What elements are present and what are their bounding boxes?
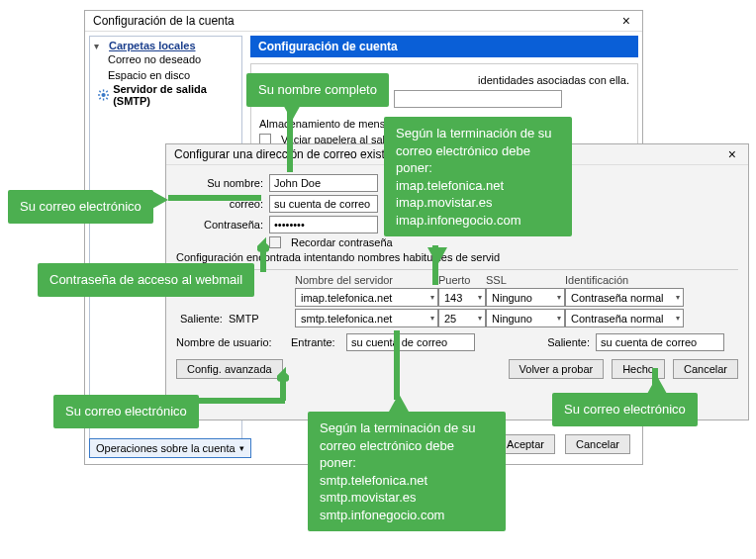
hdr-auth: Identificación xyxy=(565,274,684,286)
back-title: Configuración de la cuenta xyxy=(93,14,235,28)
front-title: Configurar una dirección de correo exist… xyxy=(174,147,408,161)
svg-line-5 xyxy=(99,91,100,92)
remember-password-checkbox[interactable] xyxy=(269,236,281,248)
remember-password-label: Recordar contraseña xyxy=(291,236,393,248)
callout-name: Su nombre completo xyxy=(246,73,389,107)
gear-icon xyxy=(98,89,109,101)
name-input[interactable] xyxy=(269,174,378,192)
username-out-label: Saliente: xyxy=(520,336,590,348)
identity-name-input[interactable] xyxy=(394,90,562,108)
chevron-down-icon: ▾ xyxy=(430,293,434,302)
email-input[interactable] xyxy=(269,195,378,213)
outgoing-proto: SMTP xyxy=(229,313,259,325)
incoming-ssl-select[interactable]: Ninguno▾ xyxy=(486,288,565,307)
chevron-down-icon: ▾ xyxy=(676,293,680,302)
close-icon[interactable]: × xyxy=(618,14,634,28)
arrow-down-icon xyxy=(282,103,302,121)
username-in-input[interactable] xyxy=(346,333,475,351)
chevron-down-icon: ▾ xyxy=(239,443,244,453)
outgoing-ssl-select[interactable]: Ninguno▾ xyxy=(486,309,565,327)
incoming-auth-select[interactable]: Contraseña normal▾ xyxy=(565,288,684,307)
chevron-down-icon: ▾ xyxy=(557,293,561,302)
outgoing-port-select[interactable]: 25▾ xyxy=(438,309,486,327)
callout-password: Contraseña de acceso al webmail xyxy=(38,263,254,297)
outgoing-row: Saliente: SMTP smtp.telefonica.net▾ 25▾ … xyxy=(176,309,738,327)
identity-tail-text: identidades asociadas con ella. xyxy=(478,74,629,86)
incoming-row: imap.telefonica.net▾ 143▾ Ninguno▾ Contr… xyxy=(176,288,738,307)
tree-item-smtp[interactable]: Servidor de salida (SMTP) xyxy=(94,83,237,107)
tree-smtp-label: Servidor de salida (SMTP) xyxy=(113,83,237,107)
account-operations-label: Operaciones sobre la cuenta xyxy=(96,442,236,454)
svg-point-0 xyxy=(101,93,105,97)
close-icon[interactable]: × xyxy=(724,147,740,161)
svg-line-6 xyxy=(106,98,107,99)
chevron-down-icon: ▾ xyxy=(676,314,680,323)
username-in-label: Entrante: xyxy=(291,336,340,348)
arrow-up-icon xyxy=(647,376,667,394)
outgoing-auth-select[interactable]: Contraseña normal▾ xyxy=(565,309,684,327)
tree-collapse-icon[interactable]: ▾ xyxy=(94,41,104,51)
username-out-input[interactable] xyxy=(596,333,724,351)
front-cancel-button[interactable]: Cancelar xyxy=(673,359,738,379)
arrow-down-icon xyxy=(427,247,447,265)
hdr-server: Nombre del servidor xyxy=(295,274,438,286)
incoming-port-select[interactable]: 143▾ xyxy=(438,288,486,307)
advanced-config-button[interactable]: Config. avanzada xyxy=(176,359,283,379)
chevron-down-icon: ▾ xyxy=(478,314,482,323)
incoming-server-select[interactable]: imap.telefonica.net▾ xyxy=(295,288,438,307)
back-titlebar: Configuración de la cuenta × xyxy=(85,11,642,32)
svg-line-8 xyxy=(99,98,100,99)
account-operations-button[interactable]: Operaciones sobre la cuenta ▾ xyxy=(89,438,251,458)
account-config-banner: Configuración de cuenta xyxy=(250,36,638,57)
config-found-text: Configuración encontrada intentando nomb… xyxy=(176,251,738,263)
username-label: Nombre de usuario: xyxy=(176,336,285,348)
callout-smtp: Según la terminación de su correo electr… xyxy=(308,412,506,531)
name-label: Su nombre: xyxy=(176,177,263,189)
retry-button[interactable]: Volver a probar xyxy=(509,359,605,379)
tree-item-disk[interactable]: Espacio en disco xyxy=(94,67,237,83)
email-label: correo: xyxy=(176,198,263,210)
chevron-down-icon: ▾ xyxy=(557,314,561,323)
password-label: Contraseña: xyxy=(176,219,263,231)
hdr-ssl: SSL xyxy=(486,274,565,286)
hdr-port: Puerto xyxy=(438,274,486,286)
tree-item-junk[interactable]: Correo no deseado xyxy=(94,51,237,67)
outgoing-server-select[interactable]: smtp.telefonica.net▾ xyxy=(295,309,438,327)
callout-email-1: Su correo electrónico xyxy=(8,190,153,224)
callout-imap: Según la terminación de su correo electr… xyxy=(384,117,572,236)
callout-email-2: Su correo electrónico xyxy=(53,395,199,428)
arrow-up-icon xyxy=(389,394,409,412)
password-input[interactable] xyxy=(269,216,378,233)
tree-root[interactable]: ▾ Carpetas locales xyxy=(94,40,237,51)
chevron-down-icon: ▾ xyxy=(478,293,482,302)
outgoing-label: Saliente: xyxy=(180,313,223,325)
svg-line-7 xyxy=(106,91,107,92)
back-cancel-button[interactable]: Cancelar xyxy=(565,434,630,454)
callout-email-3: Su correo electrónico xyxy=(552,393,698,426)
arrow-right-icon xyxy=(150,190,168,210)
chevron-down-icon: ▾ xyxy=(430,314,434,323)
